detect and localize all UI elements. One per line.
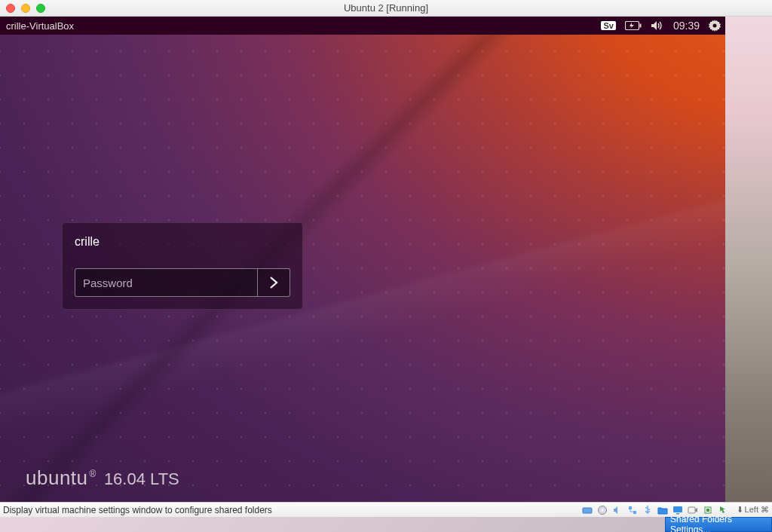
ubuntu-branding: ubuntu® 16.04 LTS — [26, 466, 179, 490]
volume-icon[interactable] — [651, 20, 664, 31]
traffic-lights — [0, 4, 45, 13]
audio-icon[interactable] — [611, 504, 623, 516]
keyboard-layout-indicator[interactable]: Sv — [601, 21, 615, 30]
svg-rect-3 — [583, 508, 592, 513]
shared-folders-icon[interactable] — [657, 504, 669, 516]
ubuntu-topbar: crille-VirtualBox Sv 09:39 — [0, 17, 725, 35]
hard-disk-icon[interactable] — [581, 504, 593, 516]
network-icon[interactable] — [626, 504, 639, 516]
password-input[interactable] — [75, 268, 257, 297]
close-window-button[interactable] — [6, 4, 15, 13]
svg-point-2 — [713, 24, 717, 28]
virtualbox-statusbar: Display virtual machine settings window … — [0, 502, 772, 517]
login-username: crille — [75, 235, 290, 249]
svg-rect-12 — [706, 509, 709, 512]
ubuntu-registered-mark: ® — [90, 469, 96, 479]
svg-rect-10 — [688, 507, 695, 513]
ubuntu-version: 16.04 LTS — [104, 469, 179, 489]
usb-icon[interactable] — [642, 504, 654, 516]
minimize-window-button[interactable] — [21, 4, 30, 13]
window-title: Ubuntu 2 [Running] — [0, 2, 772, 14]
hostname-label: crille-VirtualBox — [6, 20, 74, 32]
login-submit-button[interactable] — [257, 268, 290, 297]
shared-folders-tooltip: Shared Folders Settings... — [665, 517, 772, 532]
chevron-right-icon — [268, 275, 279, 290]
login-box: crille — [62, 222, 303, 310]
svg-rect-7 — [633, 511, 636, 514]
optical-disk-icon[interactable] — [596, 504, 608, 516]
host-desktop-background — [725, 17, 772, 502]
tooltip-label: Shared Folders Settings... — [670, 514, 767, 532]
svg-rect-6 — [629, 506, 632, 509]
statusbar-hint: Display virtual machine settings window … — [3, 505, 581, 515]
svg-rect-1 — [639, 24, 641, 28]
svg-rect-8 — [673, 506, 682, 512]
clock-label[interactable]: 09:39 — [673, 20, 700, 32]
svg-point-5 — [601, 509, 603, 511]
fullscreen-window-button[interactable] — [36, 4, 45, 13]
vm-screen: crille-VirtualBox Sv 09:39 crille — [0, 17, 725, 502]
ubuntu-wordmark: ubuntu — [26, 466, 88, 489]
battery-icon[interactable] — [625, 21, 642, 30]
indicator-area: Sv 09:39 — [601, 20, 721, 32]
gear-icon[interactable] — [709, 20, 721, 32]
macos-titlebar: Ubuntu 2 [Running] — [0, 0, 772, 17]
